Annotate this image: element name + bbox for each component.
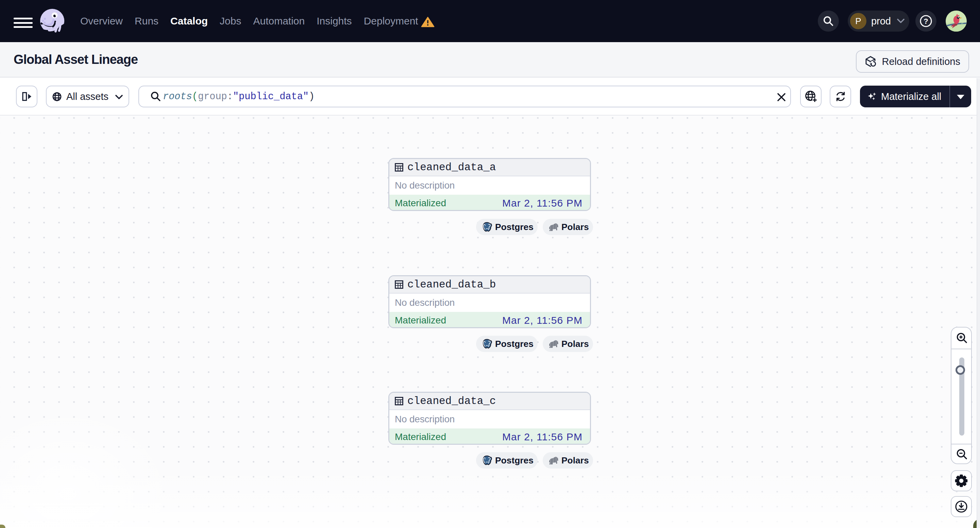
- svg-text:?: ?: [924, 17, 928, 25]
